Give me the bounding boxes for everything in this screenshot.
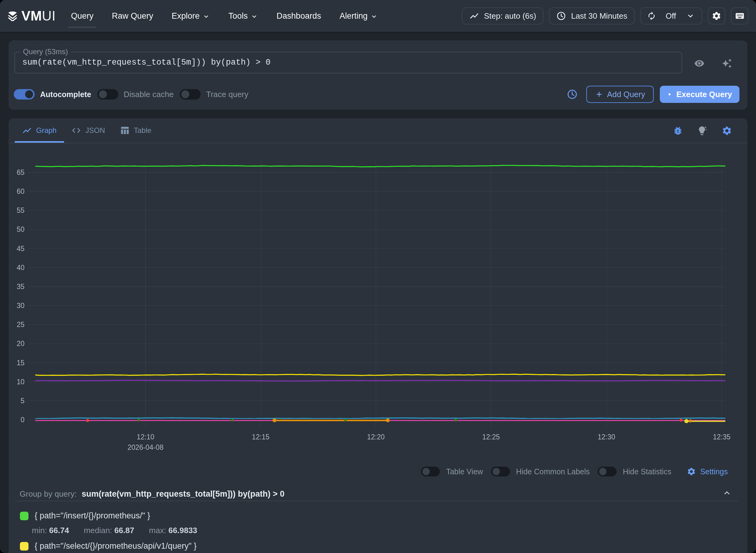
svg-text:12:25: 12:25 <box>482 433 500 441</box>
svg-text:12:30: 12:30 <box>598 433 615 441</box>
svg-text:30: 30 <box>16 302 24 310</box>
svg-text:20: 20 <box>16 339 24 347</box>
svg-text:25: 25 <box>16 321 24 329</box>
svg-text:12:10: 12:10 <box>137 433 154 441</box>
svg-text:12:20: 12:20 <box>367 433 385 441</box>
svg-text:35: 35 <box>16 283 24 291</box>
svg-text:45: 45 <box>16 245 24 253</box>
svg-text:55: 55 <box>16 207 24 214</box>
svg-text:0: 0 <box>20 416 24 424</box>
svg-text:2026-04-08: 2026-04-08 <box>128 444 164 451</box>
svg-text:15: 15 <box>16 359 24 367</box>
svg-text:50: 50 <box>16 225 24 233</box>
svg-text:60: 60 <box>16 187 24 195</box>
svg-text:10: 10 <box>16 378 24 386</box>
svg-text:65: 65 <box>16 168 24 176</box>
svg-text:12:15: 12:15 <box>252 433 270 441</box>
svg-text:12:35: 12:35 <box>713 433 731 441</box>
svg-text:40: 40 <box>16 264 24 271</box>
svg-text:5: 5 <box>20 397 24 405</box>
